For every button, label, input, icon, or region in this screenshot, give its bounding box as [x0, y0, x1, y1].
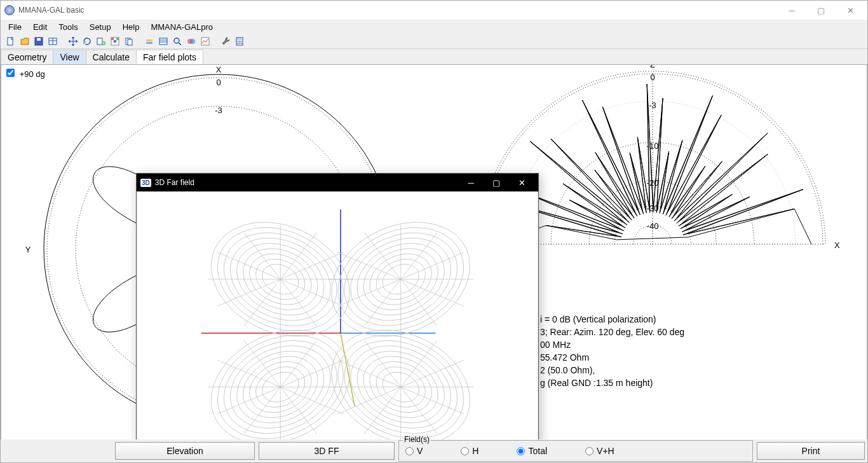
move-icon[interactable]: [67, 35, 79, 48]
modal-close-button[interactable]: ✕: [509, 178, 534, 188]
svg-rect-25: [237, 38, 242, 40]
svg-text:Y: Y: [25, 245, 31, 254]
modal-3d-canvas[interactable]: [138, 193, 537, 439]
el-ring-40: -40: [647, 221, 659, 231]
overlap-icon[interactable]: [185, 35, 198, 48]
3dff-button[interactable]: 3D FF: [259, 442, 395, 460]
modal-3d-icon: 3D: [140, 179, 151, 187]
menu-help[interactable]: Help: [118, 21, 145, 33]
menu-file[interactable]: File: [3, 21, 27, 33]
modal-title: 3D Far field: [155, 178, 194, 187]
svg-line-118: [401, 387, 464, 414]
svg-point-26: [238, 41, 239, 42]
info-line: 3; Rear: Azim. 120 deg, Elev. 60 deg: [540, 326, 684, 338]
svg-point-29: [238, 43, 239, 44]
info-block: i = 0 dB (Vertical polarization) 3; Rear…: [540, 313, 684, 389]
fields-group: Field(s) V H Total V+H: [398, 440, 753, 462]
open-icon[interactable]: [18, 35, 31, 48]
fields-radio-h[interactable]: H: [461, 446, 478, 456]
menu-setup[interactable]: Setup: [85, 21, 116, 33]
menu-edit[interactable]: Edit: [28, 21, 52, 33]
plot-area: +90 dg X Y 0 -3: [1, 64, 867, 439]
svg-line-55: [280, 279, 343, 306]
title-bar: MMANA-GAL basic ─ ▢ ✕: [1, 1, 867, 20]
svg-line-86: [401, 252, 464, 279]
el-ring-0: 0: [650, 73, 654, 82]
el-ring-3: -3: [649, 100, 656, 110]
fields-radio-v[interactable]: V: [405, 446, 423, 456]
info-line: 00 MHz: [540, 338, 684, 351]
az-ring-0: 0: [216, 78, 220, 87]
info-line: 2 (50.0 Ohm),: [540, 364, 684, 377]
az-ring-3: -3: [215, 106, 222, 115]
fields-radio-vh-label: V+H: [597, 446, 614, 456]
save-icon[interactable]: [32, 35, 45, 48]
info-line: i = 0 dB (Vertical polarization): [540, 313, 684, 326]
svg-point-30: [239, 43, 240, 44]
svg-point-27: [239, 41, 240, 42]
svg-rect-11: [114, 40, 116, 43]
info-line: 55.472 Ohm: [540, 351, 684, 364]
table2-icon[interactable]: [157, 35, 170, 48]
fields-radio-vh[interactable]: V+H: [585, 446, 614, 456]
modal-3d-far-field: 3D 3D Far field ─ ▢ ✕: [136, 173, 539, 439]
fields-legend: Field(s): [403, 435, 431, 444]
menu-pro[interactable]: MMANA-GALpro: [146, 21, 218, 33]
svg-text:X: X: [216, 65, 222, 74]
checker-icon[interactable]: [109, 35, 121, 48]
info-line: g (Real GND :1.35 m height): [540, 377, 684, 389]
svg-line-124: [337, 360, 400, 387]
svg-text:Z: Z: [650, 64, 655, 69]
toolbar: [1, 34, 867, 49]
calc-icon[interactable]: [233, 35, 246, 48]
tab-calculate[interactable]: Calculate: [86, 50, 137, 64]
el-ring-20: -20: [647, 178, 659, 188]
svg-rect-2: [37, 38, 41, 41]
tab-bar: Geometry View Calculate Far field plots: [1, 49, 867, 64]
plus-icon[interactable]: [95, 35, 107, 48]
svg-point-22: [190, 39, 195, 44]
svg-line-20: [179, 43, 181, 45]
svg-point-19: [174, 38, 179, 43]
tab-geometry[interactable]: Geometry: [1, 50, 53, 64]
tab-view[interactable]: View: [53, 50, 86, 64]
print-button[interactable]: Print: [757, 442, 865, 460]
svg-line-101: [217, 387, 280, 414]
maximize-button[interactable]: ▢: [806, 1, 836, 19]
svg-rect-0: [8, 38, 13, 45]
fields-radio-v-label: V: [417, 446, 423, 456]
menu-bar: File Edit Tools Setup Help MMANA-GALpro: [1, 20, 867, 34]
fields-radio-h-label: H: [472, 446, 478, 456]
svg-text:X: X: [834, 240, 840, 250]
search-icon[interactable]: [171, 35, 184, 48]
fields-radio-total[interactable]: Total: [517, 446, 547, 456]
rotate-icon[interactable]: [81, 35, 93, 48]
svg-point-31: [241, 43, 242, 44]
svg-rect-10: [116, 38, 119, 40]
tab-far-field[interactable]: Far field plots: [136, 50, 203, 64]
stack-icon[interactable]: [143, 35, 156, 48]
bottom-bar: Elevation 3D FF Field(s) V H Total V+H P…: [1, 439, 867, 462]
main-window: MMANA-GAL basic ─ ▢ ✕ File Edit Tools Se…: [0, 0, 868, 463]
svg-rect-13: [128, 39, 132, 45]
minimize-button[interactable]: ─: [777, 1, 806, 19]
table-icon[interactable]: [46, 35, 59, 48]
app-icon: [4, 5, 15, 15]
new-file-icon[interactable]: [4, 35, 17, 48]
svg-rect-6: [97, 38, 102, 45]
app-title: MMANA-GAL basic: [18, 6, 777, 15]
chart-icon[interactable]: [199, 35, 212, 48]
svg-rect-16: [159, 38, 167, 45]
menu-tools[interactable]: Tools: [53, 21, 83, 33]
svg-rect-14: [146, 42, 153, 44]
modal-maximize-button[interactable]: ▢: [484, 178, 509, 188]
svg-line-61: [217, 252, 280, 279]
wrench-icon[interactable]: [219, 35, 232, 48]
elevation-button[interactable]: Elevation: [115, 442, 255, 460]
modal-minimize-button[interactable]: ─: [458, 178, 484, 188]
close-button[interactable]: ✕: [836, 1, 865, 19]
svg-point-28: [241, 41, 242, 42]
modal-titlebar[interactable]: 3D 3D Far field ─ ▢ ✕: [137, 174, 538, 191]
clip-icon[interactable]: [123, 35, 135, 48]
svg-rect-9: [111, 38, 114, 40]
